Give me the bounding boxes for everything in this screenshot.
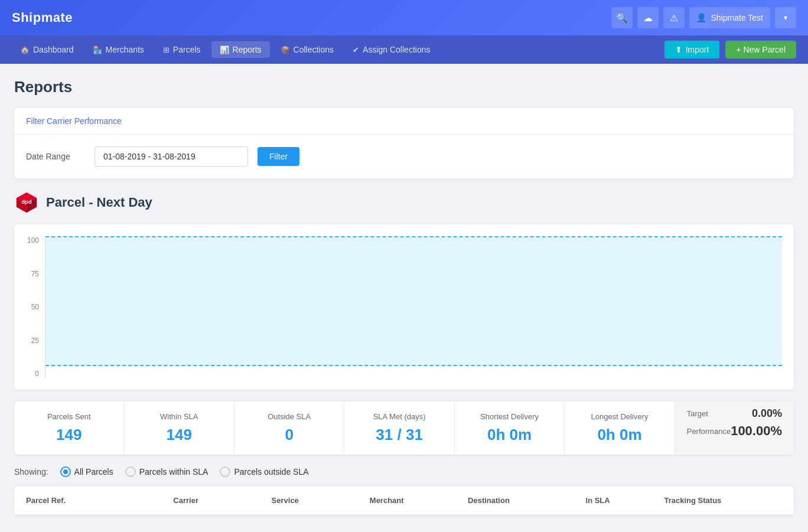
chart-card: 100 75 50 25 0 xyxy=(14,224,794,390)
filter-row: Date Range Filter xyxy=(26,146,782,167)
radio-circle-within xyxy=(125,466,136,477)
th-destination: Destination xyxy=(468,494,585,507)
nav-item-parcels-label: Parcels xyxy=(173,45,201,54)
nav-item-reports[interactable]: 📊 Reports xyxy=(211,41,270,58)
nav-item-assign-collections[interactable]: ✔ Assign Collections xyxy=(344,41,438,58)
nav-item-parcels[interactable]: ⊞ Parcels xyxy=(155,41,209,58)
table-header: Parcel Ref. Carrier Service Merchant Des… xyxy=(14,487,794,515)
radio-group: All Parcels Parcels within SLA Parcels o… xyxy=(60,466,309,477)
user-menu-button[interactable]: 👤 Shipmate Test xyxy=(689,7,770,28)
cloud-button[interactable]: ☁ xyxy=(637,7,659,28)
page-title: Reports xyxy=(14,78,794,96)
nav-item-reports-label: Reports xyxy=(233,45,262,54)
nav-item-merchants-label: Merchants xyxy=(106,45,144,54)
top-bar-actions: 🔍 ☁ ⚠ 👤 Shipmate Test ▾ xyxy=(611,7,796,28)
chart-fill xyxy=(45,236,782,366)
filter-card-body: Date Range Filter xyxy=(14,135,794,178)
showing-bar: Showing: All Parcels Parcels within SLA … xyxy=(14,466,794,477)
th-tracking-status: Tracking Status xyxy=(664,494,782,507)
user-dropdown-button[interactable]: ▾ xyxy=(775,7,796,28)
filter-button[interactable]: Filter xyxy=(258,147,299,166)
radio-circle-outside xyxy=(220,466,230,477)
stat-sla-met: SLA Met (days) 31 / 31 xyxy=(344,402,454,455)
radio-all-parcels[interactable]: All Parcels xyxy=(60,466,113,477)
cloud-icon: ☁ xyxy=(643,12,653,24)
filter-card-header: Filter Carrier Performance xyxy=(14,108,794,135)
app-logo: Shipmate xyxy=(12,10,73,25)
nav-actions: ⬆ Import + New Parcel xyxy=(664,41,796,58)
performance-row: Performance 100.00% xyxy=(687,423,782,439)
stat-within-sla: Within SLA 149 xyxy=(124,402,234,455)
date-range-label: Date Range xyxy=(26,152,85,161)
date-range-input[interactable] xyxy=(95,146,248,167)
search-icon: 🔍 xyxy=(616,12,628,24)
nav-item-collections-label: Collections xyxy=(294,45,334,54)
target-row: Target 0.00% xyxy=(687,407,782,420)
th-carrier: Carrier xyxy=(173,494,271,507)
stats-card: Parcels Sent 149 Within SLA 149 Outside … xyxy=(14,402,794,455)
stat-target-performance: Target 0.00% Performance 100.00% xyxy=(675,402,794,455)
th-in-sla: In SLA xyxy=(586,494,664,507)
svg-text:dpd: dpd xyxy=(21,198,32,205)
nav-item-dashboard[interactable]: 🏠 Dashboard xyxy=(12,41,82,58)
alert-icon: ⚠ xyxy=(670,12,678,24)
y-label-0: 0 xyxy=(35,370,39,378)
y-axis: 100 75 50 25 0 xyxy=(26,236,45,378)
carrier-service-title: Parcel - Next Day xyxy=(46,195,152,210)
radio-dot-all xyxy=(63,469,68,474)
user-name: Shipmate Test xyxy=(711,13,763,22)
radio-circle-all xyxy=(60,466,71,477)
radio-within-sla[interactable]: Parcels within SLA xyxy=(125,466,208,477)
chart-area xyxy=(45,236,782,378)
nav-items: 🏠 Dashboard 🏪 Merchants ⊞ Parcels 📊 Repo… xyxy=(12,41,438,58)
collections-icon: 📦 xyxy=(281,45,290,54)
carrier-header: dpd Parcel - Next Day xyxy=(14,190,794,215)
th-merchant: Merchant xyxy=(370,494,468,507)
stat-shortest-delivery: Shortest Delivery 0h 0m xyxy=(455,402,565,455)
y-label-50: 50 xyxy=(31,303,39,311)
y-label-25: 25 xyxy=(31,337,39,345)
reports-icon: 📊 xyxy=(220,45,229,54)
chevron-down-icon: ▾ xyxy=(784,14,787,22)
chart-line-top xyxy=(45,236,782,237)
stat-longest-delivery: Longest Delivery 0h 0m xyxy=(565,402,675,455)
stat-outside-sla: Outside SLA 0 xyxy=(234,402,344,455)
import-icon: ⬆ xyxy=(675,45,682,54)
merchants-icon: 🏪 xyxy=(93,45,102,54)
stat-parcels-sent: Parcels Sent 149 xyxy=(14,402,124,455)
chart-line-bottom xyxy=(45,365,782,366)
assign-icon: ✔ xyxy=(353,45,359,54)
top-bar: Shipmate 🔍 ☁ ⚠ 👤 Shipmate Test ▾ xyxy=(0,0,808,35)
home-icon: 🏠 xyxy=(20,45,30,54)
th-service: Service xyxy=(272,494,370,507)
radio-outside-sla[interactable]: Parcels outside SLA xyxy=(220,466,308,477)
nav-bar: 🏠 Dashboard 🏪 Merchants ⊞ Parcels 📊 Repo… xyxy=(0,35,808,64)
y-label-75: 75 xyxy=(31,270,39,278)
nav-item-merchants[interactable]: 🏪 Merchants xyxy=(84,41,152,58)
import-button[interactable]: ⬆ Import xyxy=(664,41,720,58)
nav-item-collections[interactable]: 📦 Collections xyxy=(272,41,342,58)
alert-button[interactable]: ⚠ xyxy=(663,7,685,28)
th-parcel-ref: Parcel Ref. xyxy=(26,494,173,507)
parcels-icon: ⊞ xyxy=(163,45,170,54)
nav-item-dashboard-label: Dashboard xyxy=(33,45,74,54)
filter-card: Filter Carrier Performance Date Range Fi… xyxy=(14,108,794,178)
dpd-logo: dpd xyxy=(14,190,39,215)
y-label-100: 100 xyxy=(27,236,39,244)
table-card: Parcel Ref. Carrier Service Merchant Des… xyxy=(14,487,794,515)
chart-container: 100 75 50 25 0 xyxy=(26,236,782,378)
nav-item-assign-label: Assign Collections xyxy=(363,45,430,54)
new-parcel-button[interactable]: + New Parcel xyxy=(725,41,796,58)
main-content: Reports Filter Carrier Performance Date … xyxy=(0,64,808,530)
search-button[interactable]: 🔍 xyxy=(611,7,633,28)
user-icon: 👤 xyxy=(696,13,706,22)
